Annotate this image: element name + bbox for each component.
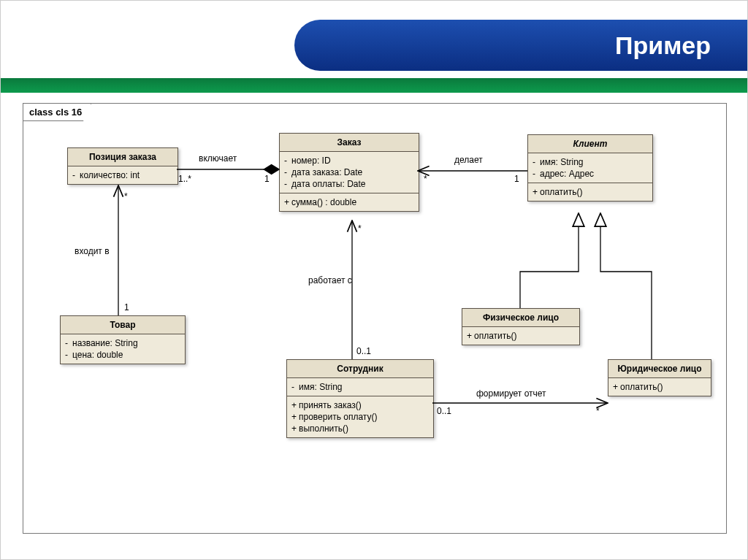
class-title: Позиция заказа [68,148,178,166]
accent-band [1,78,747,93]
mult: 1 [514,174,519,184]
slide: Пример class cls 16 Позиция заказа -коли… [0,0,748,560]
class-person: Физическое лицо +оплатить() [462,308,580,345]
mult: 1..* [178,174,191,184]
mult: 1 [264,174,270,184]
class-attrs: -номер: ID -дата заказа: Date -дата опла… [280,152,419,193]
class-title: Физическое лицо [462,309,579,327]
class-attrs: -имя: String -адрес: Адрес [528,153,652,183]
class-ops: +оплатить() [528,183,652,201]
mult: * [596,406,600,416]
mult: * [424,174,427,184]
mult: * [358,223,362,234]
class-company: Юридическое лицо +оплатить() [608,359,711,396]
rel-makes: делает [454,155,483,165]
frame-label: class cls 16 [23,103,91,121]
class-title: Сотрудник [287,360,433,378]
class-attrs: -количество: int [68,166,178,184]
class-title: Заказ [280,134,419,152]
title-bar: Пример [294,20,747,71]
class-ops: +оплатить() [608,378,711,396]
class-title: Юридическое лицо [608,360,711,378]
rel-includes: включает [199,153,237,164]
class-ops: +принять заказ() +проверить оплату() +вы… [287,396,433,437]
class-title: Товар [61,316,185,334]
class-product: Товар -название: String -цена: double [60,315,186,364]
rel-contains: входит в [75,246,110,256]
mult: 0..1 [437,406,451,416]
class-ops: +оплатить() [462,327,579,345]
mult: 1 [124,302,129,312]
class-ops: +сумма() : double [280,193,419,211]
mult: * [124,191,128,202]
rel-reports: формирует отчет [476,388,546,399]
mult: 0..1 [356,346,371,356]
diagram-frame: class cls 16 Позиция заказа -количество:… [23,103,727,534]
class-title: Клиент [528,135,652,153]
class-order: Заказ -номер: ID -дата заказа: Date -дат… [279,133,419,212]
class-attrs: -имя: String [287,378,433,396]
rel-works: работает с [308,275,352,285]
class-client: Клиент -имя: String -адрес: Адрес +оплат… [527,134,653,202]
class-employee: Сотрудник -имя: String +принять заказ() … [286,359,434,438]
slide-title: Пример [294,20,747,60]
class-attrs: -название: String -цена: double [61,334,185,364]
class-order-item: Позиция заказа -количество: int [67,147,178,185]
